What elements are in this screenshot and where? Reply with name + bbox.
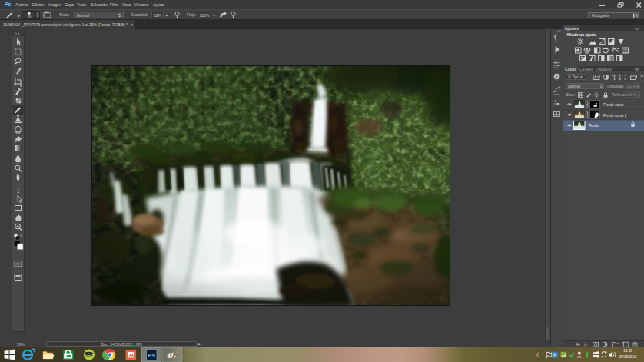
- svg-text:Fondo: Fondo: [589, 124, 599, 128]
- svg-text:Fondo copia 2: Fondo copia 2: [603, 114, 627, 118]
- svg-text:T: T: [15, 186, 20, 194]
- svg-text:T: T: [612, 75, 616, 81]
- svg-text:Ps: Ps: [148, 352, 155, 359]
- svg-text:Fondo copia: Fondo copia: [603, 103, 624, 107]
- svg-text:fx: fx: [584, 342, 588, 347]
- svg-text:20: 20: [28, 15, 32, 18]
